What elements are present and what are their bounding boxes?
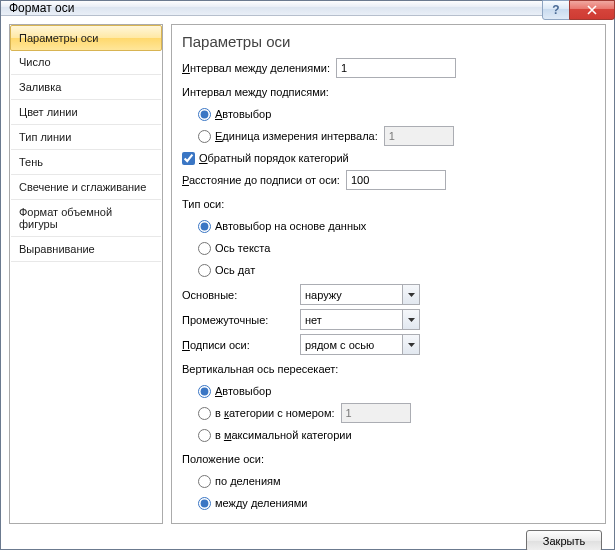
sidebar-item-label: Тень bbox=[19, 156, 43, 168]
options-panel: Параметры оси Интервал между делениями: … bbox=[171, 24, 606, 524]
dialog-footer: Закрыть bbox=[9, 530, 606, 550]
minor-tick-dropdown[interactable]: нет bbox=[300, 309, 420, 330]
interval-labels-auto-radio[interactable]: Автовыбор bbox=[198, 108, 271, 121]
interval-labels-auto-row: Автовыбор bbox=[182, 104, 595, 124]
panel-heading: Параметры оси bbox=[182, 33, 595, 50]
reverse-order-checkbox[interactable]: Обратный порядок категорий bbox=[182, 152, 349, 165]
window-buttons: ? bbox=[543, 0, 615, 20]
sidebar-item-label: Заливка bbox=[19, 81, 61, 93]
sidebar-item-line-color[interactable]: Цвет линии bbox=[11, 100, 161, 125]
axis-type-date-radio[interactable]: Ось дат bbox=[198, 264, 255, 277]
label-distance-row: Расстояние до подписи от оси: bbox=[182, 170, 595, 190]
sidebar-item-label: Параметры оси bbox=[19, 32, 98, 44]
dialog-body: Параметры оси Число Заливка Цвет линии Т… bbox=[1, 16, 614, 550]
sidebar-item-glow[interactable]: Свечение и сглаживание bbox=[11, 175, 161, 200]
help-button[interactable]: ? bbox=[542, 0, 570, 20]
crosses-at-max-radio[interactable]: в максимальной категории bbox=[198, 429, 352, 442]
close-button[interactable]: Закрыть bbox=[526, 530, 602, 550]
minor-tick-label: Промежуточные: bbox=[182, 314, 294, 326]
axis-labels-dropdown[interactable]: рядом с осью bbox=[300, 334, 420, 355]
sidebar-item-label: Выравнивание bbox=[19, 243, 95, 255]
sidebar-item-3d-format[interactable]: Формат объемной фигуры bbox=[11, 200, 161, 237]
window-title: Формат оси bbox=[9, 1, 610, 15]
format-axis-dialog: Формат оси ? Параметры оси Число Заливка… bbox=[0, 0, 615, 550]
chevron-down-icon bbox=[402, 335, 419, 354]
major-tick-label: Основные: bbox=[182, 289, 294, 301]
crosses-at-category-input bbox=[341, 403, 411, 423]
sidebar-item-label: Цвет линии bbox=[19, 106, 78, 118]
major-tick-dropdown[interactable]: наружу bbox=[300, 284, 420, 305]
axis-type-label: Тип оси: bbox=[182, 194, 595, 214]
crosses-label: Вертикальная ось пересекает: bbox=[182, 359, 595, 379]
sidebar-item-label: Тип линии bbox=[19, 131, 71, 143]
sidebar-item-label: Число bbox=[19, 56, 51, 68]
crosses-at-category-radio[interactable]: в категории с номером: bbox=[198, 407, 335, 420]
sidebar-item-alignment[interactable]: Выравнивание bbox=[11, 237, 161, 262]
chevron-down-icon bbox=[402, 285, 419, 304]
sidebar-item-line-style[interactable]: Тип линии bbox=[11, 125, 161, 150]
interval-units-row: Интервал между делениями: bbox=[182, 58, 595, 78]
main-area: Параметры оси Число Заливка Цвет линии Т… bbox=[9, 24, 606, 524]
tickmarks-grid: Основные: наружу Промежуточные: нет Подп… bbox=[182, 284, 595, 355]
position-between-ticks-radio[interactable]: между делениями bbox=[198, 497, 307, 510]
position-on-ticks-radio[interactable]: по делениям bbox=[198, 475, 281, 488]
axis-position-label: Положение оси: bbox=[182, 449, 595, 469]
sidebar-item-number[interactable]: Число bbox=[11, 50, 161, 75]
close-window-button[interactable] bbox=[569, 0, 615, 20]
label-distance-label: Расстояние до подписи от оси: bbox=[182, 174, 340, 186]
interval-labels-unit-input bbox=[384, 126, 454, 146]
sidebar-item-label: Свечение и сглаживание bbox=[19, 181, 146, 193]
crosses-auto-radio[interactable]: Автовыбор bbox=[198, 385, 271, 398]
category-sidebar: Параметры оси Число Заливка Цвет линии Т… bbox=[9, 24, 163, 524]
interval-labels-unit-radio[interactable]: Единица измерения интервала: bbox=[198, 130, 378, 143]
chevron-down-icon bbox=[402, 310, 419, 329]
help-icon: ? bbox=[552, 3, 559, 17]
interval-units-input[interactable] bbox=[336, 58, 456, 78]
axis-type-text-radio[interactable]: Ось текста bbox=[198, 242, 270, 255]
close-icon bbox=[587, 5, 597, 15]
sidebar-item-shadow[interactable]: Тень bbox=[11, 150, 161, 175]
sidebar-item-fill[interactable]: Заливка bbox=[11, 75, 161, 100]
label-distance-input[interactable] bbox=[346, 170, 446, 190]
reverse-order-row: Обратный порядок категорий bbox=[182, 148, 595, 168]
axis-labels-label: Подписи оси: bbox=[182, 339, 294, 351]
interval-labels-label: Интервал между подписями: bbox=[182, 82, 595, 102]
axis-type-auto-radio[interactable]: Автовыбор на основе данных bbox=[198, 220, 366, 233]
interval-units-label: Интервал между делениями: bbox=[182, 62, 330, 74]
sidebar-item-axis-options[interactable]: Параметры оси bbox=[10, 25, 162, 51]
titlebar: Формат оси ? bbox=[1, 1, 614, 16]
interval-labels-unit-row: Единица измерения интервала: bbox=[182, 126, 595, 146]
sidebar-item-label: Формат объемной фигуры bbox=[19, 206, 112, 230]
